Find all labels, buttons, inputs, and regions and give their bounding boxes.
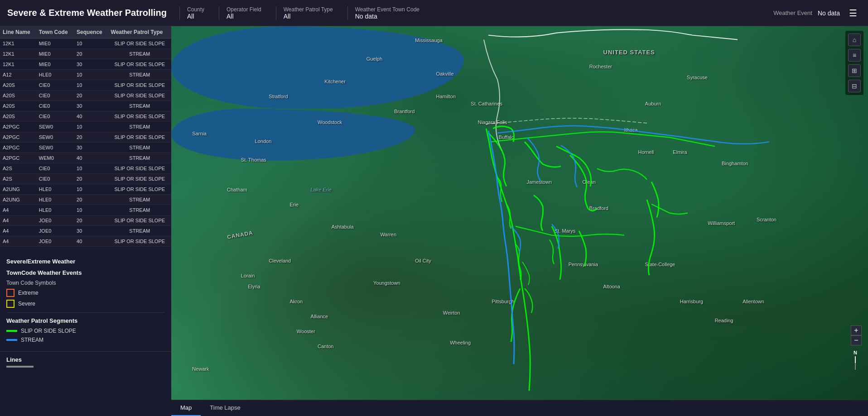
table-row: A2SCIE010SLIP OR SIDE SLOPE bbox=[0, 163, 171, 174]
label-rochester: Rochester bbox=[589, 64, 612, 69]
table-cell: WEM0 bbox=[36, 153, 74, 163]
table-cell: SLIP OR SIDE SLOPE bbox=[108, 80, 171, 91]
event-town-value: No data bbox=[355, 13, 420, 20]
table-row: A2PGCSEW030STREAM bbox=[0, 143, 171, 153]
tab-timelapse[interactable]: Time Lapse bbox=[201, 400, 249, 416]
table-cell: A2UNG bbox=[0, 195, 36, 205]
table-cell: A2PGC bbox=[0, 153, 36, 163]
table-row: 12K1MIE030SLIP OR SIDE SLOPE bbox=[0, 59, 171, 70]
table-cell: A2S bbox=[0, 174, 36, 184]
table-cell: 40 bbox=[74, 236, 108, 247]
table-row: A4JOE040SLIP OR SIDE SLOPE bbox=[0, 236, 171, 247]
label-lorain: Lorain bbox=[241, 273, 255, 278]
patrol-type-value: All bbox=[284, 13, 333, 20]
table-cell: STREAM bbox=[108, 49, 171, 59]
zoom-out-button[interactable]: − bbox=[851, 335, 862, 345]
label-chatham: Chatham bbox=[227, 187, 247, 192]
layers-button[interactable]: ⊞ bbox=[848, 64, 861, 77]
label-binghamton: Binghamton bbox=[722, 161, 748, 166]
table-row: A4HLE010STREAM bbox=[0, 205, 171, 215]
operator-field-filter[interactable]: Operator Field All bbox=[219, 6, 261, 20]
table-cell: SLIP OR SIDE SLOPE bbox=[108, 174, 171, 184]
lines-title: Lines bbox=[6, 356, 165, 363]
table-cell: A2S bbox=[0, 163, 36, 174]
label-elmira: Elmira bbox=[673, 149, 687, 155]
app-header: Severe & Extreme Weather Patrolling Coun… bbox=[0, 0, 868, 26]
table-cell: 40 bbox=[74, 153, 108, 163]
zoom-controls[interactable]: + − bbox=[851, 325, 862, 345]
label-akron: Akron bbox=[289, 299, 303, 304]
table-row: A20SCIE040SLIP OR SIDE SLOPE bbox=[0, 111, 171, 122]
legend-extreme-item: Extreme bbox=[6, 289, 165, 297]
tab-map[interactable]: Map bbox=[171, 400, 201, 416]
patrol-segments-title: Weather Patrol Segments bbox=[6, 317, 165, 324]
table-cell: STREAM bbox=[108, 226, 171, 236]
zoom-in-button[interactable]: + bbox=[851, 325, 862, 335]
table-cell: 30 bbox=[74, 101, 108, 111]
table-cell: SLIP OR SIDE SLOPE bbox=[108, 111, 171, 122]
table-cell: STREAM bbox=[108, 205, 171, 215]
grid-button[interactable]: ⊟ bbox=[848, 80, 861, 92]
label-lakeerie: Lake Erie bbox=[311, 187, 332, 192]
table-cell: SLIP OR SIDE SLOPE bbox=[108, 163, 171, 174]
table-cell: CIE0 bbox=[36, 91, 74, 101]
county-filter[interactable]: County All bbox=[179, 6, 204, 20]
event-town-filter[interactable]: Weather Event Town Code No data bbox=[347, 6, 420, 20]
col-sequence: Sequence bbox=[74, 26, 108, 38]
table-row: A2SCIE020SLIP OR SIDE SLOPE bbox=[0, 174, 171, 184]
table-cell: STREAM bbox=[108, 195, 171, 205]
label-elyria: Elyria bbox=[248, 284, 260, 289]
severe-weather-title: Severe/Extreme Weather bbox=[6, 258, 165, 265]
county-filter-value: All bbox=[187, 13, 204, 20]
label-alliance: Alliance bbox=[311, 314, 328, 319]
weather-event-label: Weather Event bbox=[773, 10, 812, 16]
label-youngstown: Youngstown bbox=[373, 280, 400, 286]
map-background: Mississauga Guelph Oakville Kitchener Ha… bbox=[171, 26, 868, 400]
label-cleveland: Cleveland bbox=[269, 258, 291, 263]
operator-filter-value: All bbox=[227, 13, 261, 20]
map-view[interactable]: Mississauga Guelph Oakville Kitchener Ha… bbox=[171, 26, 868, 400]
label-ithaca: Ithaca bbox=[624, 127, 638, 133]
label-newark: Newark bbox=[192, 366, 209, 372]
table-cell: 10 bbox=[74, 122, 108, 132]
data-table-container[interactable]: Line Name Town Code Sequence Weather Pat… bbox=[0, 26, 171, 248]
towncode-symbols-label: Town Code Symbols bbox=[6, 280, 165, 286]
tab-bar: Map Time Lapse bbox=[171, 400, 868, 416]
table-cell: 30 bbox=[74, 59, 108, 70]
table-cell: HLE0 bbox=[36, 195, 74, 205]
list-button[interactable]: ≡ bbox=[848, 49, 861, 62]
table-cell: 20 bbox=[74, 174, 108, 184]
label-stmarys: St. Marys bbox=[555, 228, 575, 234]
table-row: A4JOE020SLIP OR SIDE SLOPE bbox=[0, 215, 171, 226]
table-cell: 12K1 bbox=[0, 49, 36, 59]
table-row: A20SCIE020SLIP OR SIDE SLOPE bbox=[0, 91, 171, 101]
table-cell: JOE0 bbox=[36, 236, 74, 247]
label-brantford: Brantford bbox=[394, 109, 415, 114]
table-row: A2UNGHLE010SLIP OR SIDE SLOPE bbox=[0, 184, 171, 195]
lake-erie bbox=[171, 26, 464, 109]
label-wheeling: Wheeling bbox=[450, 340, 471, 345]
label-niagarafalls: Niagara Falls bbox=[478, 120, 507, 125]
patrol-type-filter[interactable]: Weather Patrol Type All bbox=[276, 6, 333, 20]
table-cell: CIE0 bbox=[36, 80, 74, 91]
table-cell: HLE0 bbox=[36, 184, 74, 195]
severe-label: Severe bbox=[18, 301, 35, 307]
label-harrisburg: Harrisburg bbox=[680, 299, 703, 304]
table-cell: 12K1 bbox=[0, 59, 36, 70]
table-cell: SLIP OR SIDE SLOPE bbox=[108, 91, 171, 101]
lake-ontario bbox=[171, 109, 415, 161]
table-cell: SLIP OR SIDE SLOPE bbox=[108, 132, 171, 143]
label-weirton: Weirton bbox=[443, 310, 460, 316]
map-toolbar: ⌂ ≡ ⊞ ⊟ bbox=[845, 31, 863, 95]
table-cell: 10 bbox=[74, 184, 108, 195]
table-cell: 20 bbox=[74, 215, 108, 226]
table-cell: SLIP OR SIDE SLOPE bbox=[108, 38, 171, 49]
table-cell: MIE0 bbox=[36, 49, 74, 59]
label-pennsylvania: Pennsylvania bbox=[569, 262, 598, 267]
hamburger-button[interactable]: ☰ bbox=[845, 6, 861, 20]
label-allentown: Allentown bbox=[743, 299, 764, 304]
table-cell: A4 bbox=[0, 215, 36, 226]
home-button[interactable]: ⌂ bbox=[848, 33, 861, 46]
table-cell: SLIP OR SIDE SLOPE bbox=[108, 184, 171, 195]
table-row: A12HLE010STREAM bbox=[0, 70, 171, 80]
